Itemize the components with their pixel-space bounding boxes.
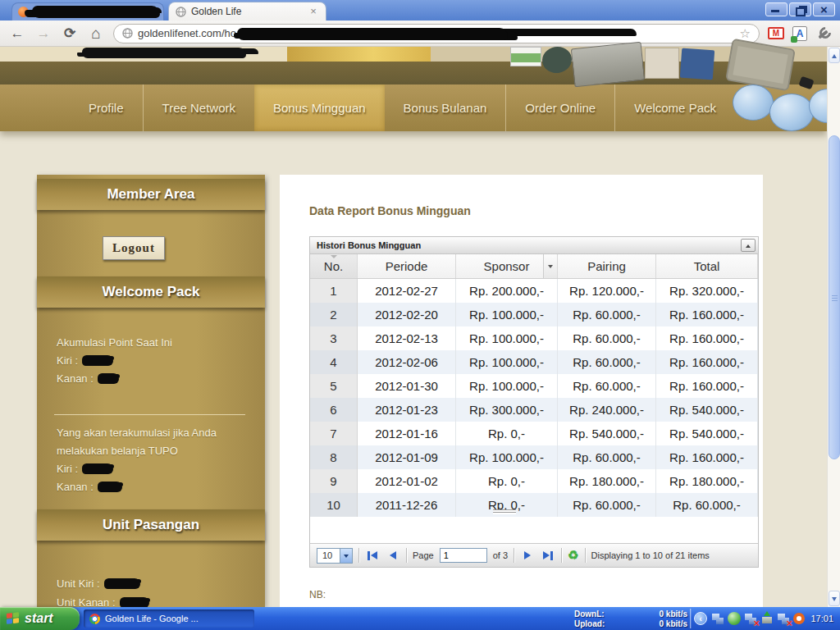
first-page-button[interactable] — [365, 548, 380, 563]
translate-extension-icon[interactable] — [792, 26, 807, 41]
row-number-cell: 3 — [310, 326, 358, 350]
window-restore-button[interactable] — [789, 2, 811, 16]
page-title: Data Report Bonus Mingguan — [309, 204, 471, 217]
table-row[interactable]: 62012-01-23Rp. 300.000,-Rp. 240.000,-Rp.… — [310, 398, 758, 422]
nav-item-bonus-bulanan[interactable]: Bonus Bulanan — [385, 84, 506, 131]
table-row[interactable]: 12012-02-27Rp. 200.000,-Rp. 120.000,-Rp.… — [310, 279, 758, 303]
next-page-button[interactable] — [520, 548, 535, 563]
refresh-icon[interactable] — [568, 548, 578, 563]
table-cell: Rp. 60.000,- — [558, 326, 656, 350]
last-page-button[interactable] — [541, 548, 555, 563]
kiri-row: Kiri : — [57, 460, 250, 478]
bonus-table-body: 12012-02-27Rp. 200.000,-Rp. 120.000,-Rp.… — [310, 279, 758, 517]
green-orb-icon[interactable] — [728, 612, 741, 625]
redacted-value — [82, 355, 113, 366]
forward-icon[interactable] — [34, 25, 52, 43]
column-header-total[interactable]: Total — [656, 254, 758, 278]
page-number-input[interactable] — [440, 548, 487, 563]
nav-item-welcome-pack[interactable]: Welcome Pack — [614, 84, 735, 131]
header-product-image — [510, 47, 541, 66]
table-cell: Rp. 540.000,- — [558, 422, 656, 445]
column-header-pairing[interactable]: Pairing — [558, 254, 656, 278]
redacted-tab-title — [32, 6, 160, 18]
kiri-row: Kiri : — [57, 352, 250, 370]
back-icon[interactable] — [8, 25, 26, 43]
wrench-menu-icon[interactable] — [815, 25, 832, 42]
table-row[interactable]: 92012-01-02Rp. 0,-Rp. 180.000,-Rp. 180.0… — [310, 469, 758, 493]
taskbar-task-button[interactable]: Golden Life - Google ... — [84, 609, 254, 628]
redacted-value — [98, 373, 119, 384]
avast-icon[interactable] — [793, 613, 805, 624]
table-cell: Rp. 60.000,- — [558, 493, 656, 517]
tupo-line2: melakukan belanja TUPO — [57, 442, 250, 460]
scroll-up-icon[interactable] — [829, 48, 840, 63]
nav-item-order-online[interactable]: Order Online — [505, 84, 614, 131]
hide-tray-icons-icon[interactable] — [694, 612, 707, 625]
net-speed-monitor: DownL:0 kbit/s Upload:0 kbit/s — [574, 608, 687, 629]
table-cell: Rp. 60.000,- — [558, 350, 656, 374]
separator — [585, 548, 586, 563]
tab-golden-life[interactable]: Golden Life — [168, 2, 326, 21]
page-size-select[interactable]: 10 — [317, 548, 353, 564]
tab-close-icon[interactable] — [308, 6, 319, 17]
network-monitors-icon[interactable] — [711, 612, 724, 625]
collapse-panel-icon[interactable] — [741, 239, 756, 252]
table-empty-space — [310, 517, 758, 543]
sidebar-divider — [54, 414, 245, 415]
scrollbar-thumb[interactable] — [829, 135, 840, 459]
table-cell: 2012-01-16 — [358, 422, 456, 445]
bookmark-star-icon[interactable] — [740, 26, 751, 41]
table-row[interactable]: 52012-01-30Rp. 100.000,-Rp. 60.000,-Rp. … — [310, 374, 758, 398]
table-row[interactable]: 72012-01-16Rp. 0,-Rp. 540.000,-Rp. 540.0… — [310, 422, 758, 445]
network-disabled-icon[interactable] — [744, 612, 757, 625]
row-number-cell: 6 — [310, 398, 358, 422]
column-header-no[interactable]: No. — [310, 254, 358, 278]
column-menu-icon[interactable] — [543, 254, 557, 278]
home-icon[interactable] — [87, 25, 105, 43]
nav-item-tree-network[interactable]: Tree Network — [143, 84, 254, 131]
row-number-cell: 5 — [310, 374, 358, 398]
table-row[interactable]: 42012-02-06Rp. 100.000,-Rp. 60.000,-Rp. … — [310, 350, 758, 374]
table-row[interactable]: 82012-01-09Rp. 100.000,-Rp. 60.000,-Rp. … — [310, 445, 758, 469]
scroll-down-icon[interactable] — [829, 591, 840, 606]
column-header-periode[interactable]: Periode — [358, 254, 456, 278]
tab-inactive-redacted[interactable] — [11, 2, 164, 21]
table-cell: Rp. 180.000,- — [656, 469, 758, 493]
network-disabled2-icon[interactable] — [777, 612, 790, 625]
window-close-button[interactable] — [813, 2, 835, 16]
row-number-cell: 1 — [310, 279, 358, 303]
page-scrollbar[interactable] — [827, 47, 840, 607]
window-minimize-button[interactable] — [765, 2, 788, 16]
table-row[interactable]: 102011-12-26Rp. 0,-Rp. 60.000,-Rp. 60.00… — [310, 493, 758, 517]
header-product-image — [680, 48, 714, 80]
logout-button[interactable]: Logout — [103, 236, 165, 260]
gmail-extension-icon[interactable] — [768, 27, 784, 39]
table-cell: Rp. 120.000,- — [558, 279, 656, 303]
row-number-cell: 10 — [310, 493, 358, 517]
resize-grip[interactable] — [493, 509, 516, 514]
globe-favicon-icon — [176, 7, 186, 17]
row-number-cell: 8 — [310, 445, 358, 469]
windows-logo-icon — [7, 612, 20, 625]
url-bar[interactable]: goldenlifenet.com/ho — [113, 24, 760, 43]
column-header-sponsor[interactable]: Sponsor — [456, 254, 558, 278]
table-cell: Rp. 100.000,- — [456, 350, 558, 374]
row-number-cell: 2 — [310, 303, 358, 326]
content-panel: Data Report Bonus Mingguan Histori Bonus… — [280, 175, 763, 607]
chrome-icon — [89, 614, 100, 624]
table-row[interactable]: 32012-02-13Rp. 100.000,-Rp. 60.000,-Rp. … — [310, 326, 758, 350]
table-cell: 2012-01-30 — [358, 374, 456, 398]
nb-label: NB: — [309, 589, 326, 600]
tupo-line1: Yang akan terakumulasi jika Anda — [57, 424, 250, 442]
start-button[interactable]: start — [0, 607, 80, 630]
safely-remove-icon[interactable] — [760, 612, 774, 625]
nav-item-profile[interactable]: Profile — [70, 84, 143, 131]
reload-icon[interactable] — [61, 25, 79, 43]
favicon-icon — [18, 7, 29, 17]
prev-page-button[interactable] — [386, 548, 400, 563]
table-row[interactable]: 22012-02-20Rp. 100.000,-Rp. 60.000,-Rp. … — [310, 303, 758, 326]
table-cell: 2012-02-06 — [358, 350, 456, 374]
table-cell: Rp. 160.000,- — [656, 303, 758, 326]
table-cell: Rp. 160.000,- — [656, 326, 758, 350]
nav-item-bonus-mingguan[interactable]: Bonus Mingguan — [254, 84, 385, 131]
